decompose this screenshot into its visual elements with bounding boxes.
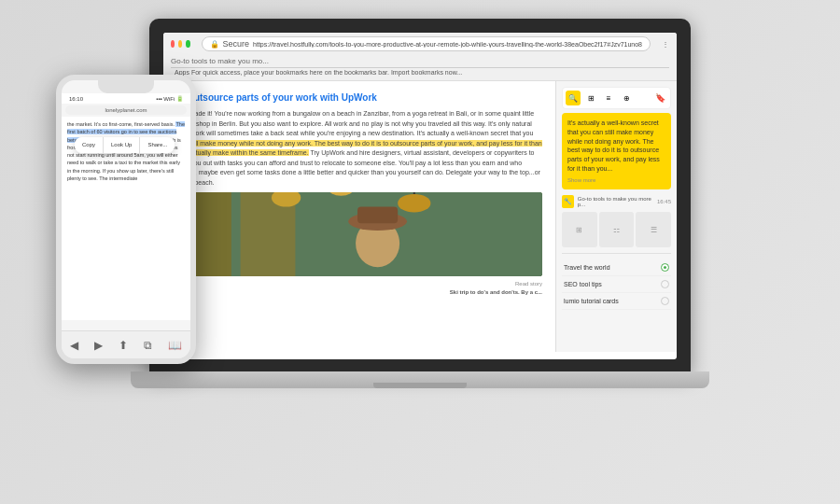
- close-button[interactable]: [171, 40, 175, 48]
- list-item-seo[interactable]: SEO tool tips: [562, 276, 671, 293]
- minimize-button[interactable]: [178, 40, 182, 48]
- add-tool-btn[interactable]: ⊕: [619, 91, 634, 105]
- context-menu-share[interactable]: Share...: [140, 137, 175, 153]
- phone-content-before: the market. It's co first-come, first-se…: [67, 121, 175, 127]
- phone-back-btn[interactable]: ◀: [70, 339, 78, 352]
- bookmarks-text: Apps For quick access, place your bookma…: [175, 69, 462, 76]
- tab-label[interactable]: Go-to tools to make you mo...: [171, 57, 269, 65]
- next-story-label: Read story: [450, 280, 542, 288]
- phone-forward-btn[interactable]: ▶: [94, 339, 103, 352]
- panel-divider: [562, 253, 671, 254]
- panel-list: Travel the world SEO tool tips lumio tut…: [562, 259, 671, 310]
- phone-time: 16:10: [69, 96, 83, 102]
- laptop-base: [131, 371, 709, 388]
- svg-rect-11: [357, 207, 398, 224]
- phone-url: lonelyplanet.com: [105, 107, 147, 113]
- laptop-screen: 🔒 Secure https://travel.hostfully.com/to…: [163, 33, 677, 359]
- scene: 🔒 Secure https://travel.hostfully.com/to…: [0, 0, 840, 504]
- article-image: [176, 192, 542, 276]
- article-title-text: 3. Outsource parts of your work with: [176, 92, 342, 103]
- panel-grid: ⊞ ⚏ ☰: [562, 212, 671, 247]
- context-menu-lookup[interactable]: Look Up: [104, 137, 140, 153]
- lock-icon: 🔒: [210, 40, 219, 49]
- phone-bookmarks-btn[interactable]: 📖: [168, 339, 182, 352]
- article-bottom: ♥ ☺ Read story Ski trip to do's and don'…: [176, 276, 542, 297]
- url-text: https://travel.hostfully.com/tools-to-yo…: [253, 41, 642, 48]
- source-label: Go-to tools to make you more p...: [578, 196, 653, 207]
- browser-chrome: 🔒 Secure https://travel.hostfully.com/to…: [163, 33, 677, 81]
- phone-text-area: the market. It's co first-come, first-se…: [67, 120, 185, 182]
- list-item-lumio-radio[interactable]: [661, 297, 669, 305]
- next-story[interactable]: Read story Ski trip to do's and don'ts. …: [450, 280, 542, 297]
- phone-status-bar: 16:10 ▪▪▪ WiFi 🔋: [62, 93, 190, 104]
- context-menu-copy[interactable]: Copy: [75, 137, 104, 153]
- show-more-link[interactable]: Show more: [567, 176, 665, 184]
- phone-tabs-btn[interactable]: ⧉: [144, 339, 152, 352]
- tab-bar: Go-to tools to make you mo...: [171, 55, 669, 68]
- laptop-bezel: 🔒 Secure https://travel.hostfully.com/to…: [149, 19, 691, 373]
- list-item-travel-label: Travel the world: [564, 264, 610, 271]
- bookmarks-bar: Apps For quick access, place your bookma…: [171, 68, 669, 77]
- context-menu: Copy Look Up Share...: [75, 137, 175, 153]
- article-title: 3. Outsource parts of your work with UpW…: [176, 91, 542, 105]
- list-item-seo-label: SEO tool tips: [564, 281, 602, 287]
- grid-icon-3[interactable]: ☰: [636, 212, 671, 247]
- phone-signal: ▪▪▪ WiFi 🔋: [156, 95, 183, 102]
- article-body: You made it! You're now working from a b…: [176, 109, 542, 188]
- cafe-scene-image: [176, 192, 542, 276]
- maximize-button[interactable]: [186, 40, 189, 48]
- list-item-lumio-label: lumio tutorial cards: [564, 298, 619, 304]
- browser-more[interactable]: ⋮: [662, 40, 669, 49]
- list-item-seo-radio[interactable]: [661, 280, 669, 288]
- article-body-start: You made it! You're now working from a b…: [176, 110, 534, 136]
- list-item-travel-radio[interactable]: [661, 263, 669, 272]
- phone-notch: [98, 80, 154, 93]
- list-tool-btn[interactable]: ≡: [601, 91, 616, 105]
- article-content: 3. Outsource parts of your work with UpW…: [163, 81, 555, 352]
- highlight-card: It's actually a well-known secret that y…: [562, 113, 671, 189]
- list-item-lumio[interactable]: lumio tutorial cards: [562, 293, 671, 310]
- phone-share-btn[interactable]: ⬆: [119, 339, 128, 352]
- grid-icon-2[interactable]: ⚏: [599, 212, 635, 247]
- right-panel: 🔍 ⊞ ≡ ⊕ 🔖 It's actually a well-known sec…: [555, 81, 677, 352]
- source-time: 16:45: [657, 199, 671, 204]
- phone: 16:10 ▪▪▪ WiFi 🔋 lonelyplanet.com the ma…: [56, 75, 196, 364]
- browser-controls: 🔒 Secure https://travel.hostfully.com/to…: [171, 36, 669, 51]
- list-item-travel[interactable]: Travel the world: [562, 259, 671, 276]
- source-icon: 🔧: [562, 195, 574, 208]
- panel-toolbar: 🔍 ⊞ ≡ ⊕ 🔖: [562, 87, 671, 109]
- grid-icon-1[interactable]: ⊞: [562, 212, 597, 247]
- next-story-title[interactable]: Ski trip to do's and don'ts. By a c...: [450, 288, 542, 297]
- highlight-card-text: It's actually a well-known secret that y…: [567, 119, 665, 174]
- bookmark-tool-btn[interactable]: 🔖: [652, 91, 667, 105]
- phone-nav-bar: ◀ ▶ ⬆ ⧉ 📖: [62, 330, 190, 358]
- search-tool-btn[interactable]: 🔍: [566, 91, 581, 105]
- grid-tool-btn[interactable]: ⊞: [583, 91, 598, 105]
- phone-content: the market. It's co first-come, first-se…: [62, 117, 190, 320]
- source-row: 🔧 Go-to tools to make you more p... 16:4…: [562, 195, 671, 208]
- svg-point-8: [398, 194, 430, 213]
- article-title-link[interactable]: UpWork: [342, 92, 377, 103]
- secure-label: Secure: [223, 39, 250, 49]
- address-bar[interactable]: 🔒 Secure https://travel.hostfully.com/to…: [202, 36, 651, 51]
- content-area: 3. Outsource parts of your work with UpW…: [163, 81, 677, 352]
- laptop: 🔒 Secure https://travel.hostfully.com/to…: [149, 19, 709, 411]
- phone-address-bar[interactable]: lonelyplanet.com: [65, 105, 187, 115]
